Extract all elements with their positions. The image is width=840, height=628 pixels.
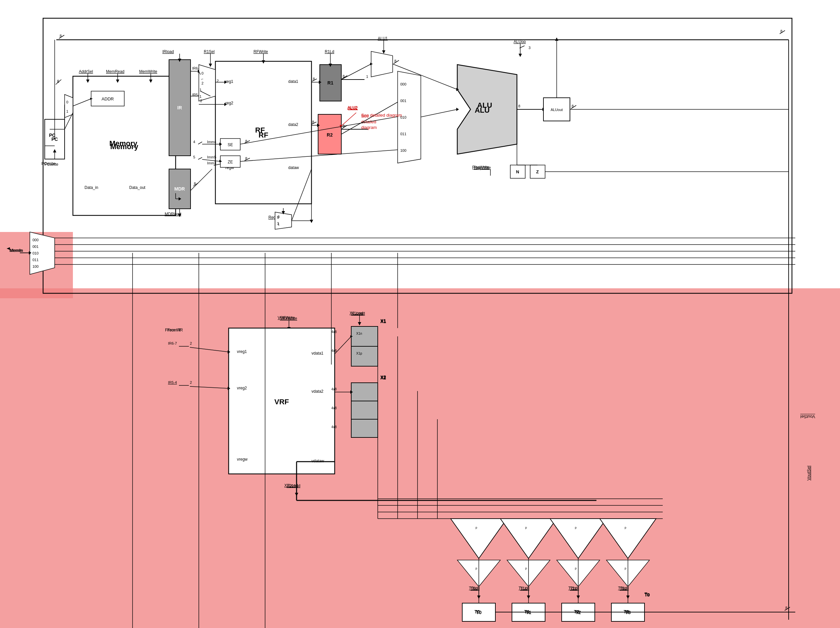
svg-text:R1Ld: R1Ld — [325, 49, 334, 54]
svg-line-300 — [191, 169, 212, 191]
svg-text:2: 2 — [190, 341, 192, 345]
svg-text:100: 100 — [33, 265, 38, 268]
svg-text:8: 8 — [518, 104, 520, 108]
t1ld-label: T1Ld — [519, 586, 527, 590]
svg-text:5: 5 — [193, 155, 195, 159]
svg-marker-324 — [310, 220, 313, 223]
svg-marker-109 — [371, 51, 393, 77]
svg-text:vdataw: vdataw — [311, 459, 324, 463]
svg-marker-61 — [209, 64, 212, 67]
pc-label: PC — [49, 133, 55, 138]
svg-text:MemRead: MemRead — [106, 69, 124, 74]
x1-label: X1 — [381, 318, 386, 323]
svg-rect-216 — [351, 346, 378, 366]
svg-text:p: p — [575, 526, 576, 529]
svg-text:AddrSel: AddrSel — [79, 69, 93, 74]
svg-text:Imm4: Imm4 — [207, 140, 216, 144]
svg-text:p: p — [625, 526, 626, 529]
svg-marker-21 — [65, 95, 73, 118]
t2ld-label: T2Ld — [568, 586, 577, 590]
svg-marker-106 — [382, 50, 385, 54]
svg-marker-316 — [555, 38, 558, 41]
svg-text:001: 001 — [400, 99, 406, 103]
t2-label: T2 — [574, 609, 579, 614]
rf-label: RF — [255, 126, 265, 134]
svg-marker-212 — [358, 322, 361, 325]
svg-text:ADDR: ADDR — [102, 96, 114, 101]
svg-text:0: 0 — [202, 71, 204, 75]
svg-text:011: 011 — [33, 258, 38, 262]
t1-label: T1 — [524, 609, 529, 614]
svg-text:X1p: X1p — [356, 352, 362, 355]
see-detailed-label: See detailed diagram — [361, 113, 402, 118]
svg-rect-225 — [351, 419, 378, 437]
svg-marker-258 — [451, 519, 507, 559]
svg-marker-261 — [600, 519, 656, 559]
svg-text:010: 010 — [33, 251, 38, 255]
svg-line-203 — [190, 347, 229, 352]
svg-text:0: 0 — [278, 215, 279, 219]
pcwrite-label: PCwrite — [41, 161, 55, 166]
svg-text:0: 0 — [66, 100, 68, 104]
svg-text:reg2: reg2 — [225, 101, 233, 106]
voutsel-label: VoutSel — [800, 414, 815, 419]
svg-rect-224 — [351, 401, 378, 419]
flagwrite-label: FlagWrite — [472, 165, 489, 170]
svg-text:R1: R1 — [327, 80, 333, 85]
svg-text:R1Sel: R1Sel — [204, 49, 215, 54]
svg-marker-259 — [501, 519, 557, 559]
svg-text:4x8: 4x8 — [332, 330, 337, 334]
svg-text:000: 000 — [33, 238, 38, 242]
t3-label: T3 — [624, 609, 629, 614]
svg-text:⌐: ⌐ — [202, 77, 204, 81]
svg-rect-223 — [351, 383, 378, 401]
t0-label: T0 — [475, 609, 480, 614]
svg-text:VRF: VRF — [274, 398, 289, 406]
svg-text:vreg2: vreg2 — [237, 386, 247, 390]
svg-text:000: 000 — [400, 82, 406, 86]
svg-text:100: 100 — [400, 148, 406, 152]
svg-text:3: 3 — [529, 46, 531, 50]
x2-label: X2 — [381, 374, 386, 380]
svg-text:1: 1 — [366, 74, 368, 79]
svg-text:4: 4 — [193, 140, 195, 144]
t3ld-label: T3Ld — [618, 586, 627, 590]
svg-marker-113 — [519, 54, 522, 57]
memin-label: MemIn — [9, 248, 22, 253]
from-ir-label: From IR — [165, 327, 181, 332]
svg-text:p: p — [475, 567, 477, 570]
svg-text:p: p — [475, 526, 477, 529]
svg-text:IRload: IRload — [163, 49, 174, 54]
alu-label: ALU — [477, 101, 492, 110]
svg-text:IR5-4: IR5-4 — [168, 380, 177, 384]
svg-text:IR: IR — [177, 105, 182, 110]
svg-text:dataw: dataw — [288, 166, 299, 170]
svg-text:R2: R2 — [327, 132, 333, 137]
t0ld-label: T0Ld — [469, 586, 478, 590]
svg-text:1: 1 — [199, 95, 202, 98]
svg-text:VoutSel: VoutSel — [806, 465, 811, 481]
svg-text:4x8: 4x8 — [332, 387, 337, 391]
svg-text:4x8: 4x8 — [332, 349, 337, 353]
svg-line-220 — [335, 336, 351, 354]
svg-text:ZE: ZE — [227, 160, 233, 164]
svg-line-123 — [421, 109, 457, 117]
vrfwrite-label: VRFWrite — [278, 316, 295, 320]
svg-text:vdata2: vdata2 — [311, 389, 324, 394]
svg-text:X1n: X1n — [356, 332, 362, 335]
svg-text:vdata1: vdata1 — [311, 351, 324, 356]
svg-text:2: 2 — [202, 81, 204, 85]
svg-text:4x8: 4x8 — [332, 406, 337, 410]
svg-text:011: 011 — [400, 132, 406, 136]
svg-text:p: p — [575, 567, 576, 570]
svg-text:4x8: 4x8 — [332, 425, 337, 429]
svg-text:data1: data1 — [288, 79, 298, 84]
svg-text:1: 1 — [278, 222, 279, 226]
main-svg: PC PCwrite Memory ADDR Data_in Data_out … — [0, 0, 840, 628]
svg-text:MDR: MDR — [174, 186, 185, 191]
svg-text:001: 001 — [33, 245, 38, 249]
memory-label: Memory — [109, 139, 137, 148]
svg-text:Data_out: Data_out — [129, 185, 145, 190]
svg-text:IR6-7: IR6-7 — [168, 341, 177, 345]
svg-marker-172 — [275, 212, 292, 229]
